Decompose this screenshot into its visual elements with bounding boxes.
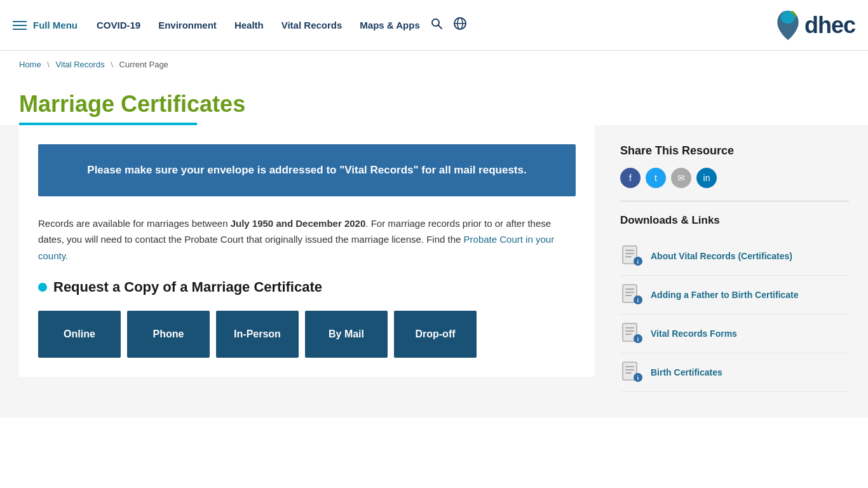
- download-item-about[interactable]: i About Vital Records (Certificates): [620, 237, 849, 276]
- download-item-forms[interactable]: i Vital Records Forms: [620, 315, 849, 353]
- page-title: Marriage Certificates: [19, 91, 849, 118]
- svg-line-1: [438, 25, 442, 29]
- page-container: Please make sure your envelope is addres…: [0, 125, 868, 417]
- svg-rect-13: [625, 288, 634, 290]
- records-before: Records are available for marriages betw…: [38, 218, 231, 229]
- main-content: Please make sure your envelope is addres…: [19, 125, 595, 392]
- vital-records-forms-link[interactable]: Vital Records Forms: [651, 329, 737, 339]
- navigation-bar: Full Menu COVID-19 Environment Health Vi…: [0, 0, 868, 51]
- dhec-logo-icon: [774, 10, 802, 41]
- share-email-button[interactable]: ✉: [671, 168, 691, 188]
- nav-link-vital-records[interactable]: Vital Records: [281, 20, 342, 30]
- document-icon-4: i: [620, 361, 643, 384]
- in-person-button[interactable]: In-Person: [216, 311, 299, 358]
- phone-button[interactable]: Phone: [127, 311, 210, 358]
- online-button[interactable]: Online: [38, 311, 121, 358]
- nav-icons: [430, 17, 467, 34]
- svg-text:i: i: [637, 336, 639, 342]
- sidebar-divider: [620, 201, 849, 201]
- drop-off-button[interactable]: Drop-off: [394, 311, 477, 358]
- nav-link-maps-apps[interactable]: Maps & Apps: [360, 20, 419, 30]
- svg-rect-14: [625, 292, 634, 293]
- document-icon-2: i: [620, 283, 643, 306]
- globe-icon[interactable]: [453, 17, 467, 34]
- section-heading: Request a Copy of a Marriage Certificate: [38, 279, 576, 295]
- svg-rect-8: [625, 253, 634, 254]
- share-section: Share This Resource f t ✉ in: [620, 144, 849, 188]
- nav-link-covid19[interactable]: COVID-19: [97, 20, 140, 30]
- birth-certificates-link[interactable]: Birth Certificates: [651, 367, 722, 377]
- records-paragraph: Records are available for marriages betw…: [38, 215, 576, 264]
- svg-rect-19: [625, 327, 634, 329]
- section-bullet: [38, 283, 47, 292]
- alert-text: Please make sure your envelope is addres…: [87, 164, 526, 176]
- download-item-birth-certs[interactable]: i Birth Certificates: [620, 353, 849, 392]
- adding-father-link[interactable]: Adding a Father to Birth Certificate: [651, 290, 799, 300]
- breadcrumb-vital-records[interactable]: Vital Records: [56, 60, 105, 69]
- svg-rect-20: [625, 330, 634, 332]
- sidebar: Share This Resource f t ✉ in Downloads &…: [620, 125, 849, 392]
- download-item-adding-father[interactable]: i Adding a Father to Birth Certificate: [620, 276, 849, 315]
- nav-links: COVID-19 Environment Health Vital Record…: [97, 20, 420, 30]
- share-linkedin-button[interactable]: in: [696, 168, 717, 188]
- breadcrumb: Home \ Vital Records \ Current Page: [0, 51, 868, 78]
- svg-rect-9: [625, 256, 632, 257]
- document-icon-3: i: [620, 322, 643, 345]
- svg-rect-27: [625, 372, 632, 374]
- nav-link-health[interactable]: Health: [234, 20, 264, 30]
- svg-text:i: i: [637, 375, 639, 381]
- downloads-title: Downloads & Links: [620, 214, 849, 227]
- nav-link-environment[interactable]: Environment: [158, 20, 217, 30]
- dhec-logo: dhec: [774, 10, 855, 41]
- request-buttons-row: Online Phone In-Person By Mail Drop-off: [38, 311, 576, 358]
- svg-rect-7: [625, 250, 634, 251]
- svg-rect-25: [625, 366, 634, 367]
- downloads-section: Downloads & Links i About Vital Records …: [620, 214, 849, 392]
- alert-box: Please make sure your envelope is addres…: [38, 144, 576, 196]
- title-area: Marriage Certificates: [0, 78, 868, 125]
- about-vital-records-link[interactable]: About Vital Records (Certificates): [651, 251, 792, 261]
- share-twitter-button[interactable]: t: [646, 168, 666, 188]
- records-date-range: July 1950 and December 2020: [231, 218, 366, 229]
- section-heading-text: Request a Copy of a Marriage Certificate: [53, 279, 322, 295]
- hamburger-menu[interactable]: [13, 21, 27, 30]
- share-icons: f t ✉ in: [620, 168, 849, 188]
- search-icon[interactable]: [430, 17, 443, 33]
- breadcrumb-current: Current Page: [119, 60, 168, 69]
- document-icon-1: i: [620, 245, 643, 268]
- breadcrumb-sep-2: \: [111, 60, 113, 69]
- svg-text:i: i: [637, 259, 639, 265]
- full-menu-link[interactable]: Full Menu: [33, 20, 78, 30]
- svg-point-5: [791, 11, 794, 14]
- svg-text:i: i: [637, 297, 639, 304]
- svg-rect-21: [625, 334, 632, 335]
- breadcrumb-home[interactable]: Home: [19, 60, 41, 69]
- svg-rect-15: [625, 295, 632, 296]
- svg-rect-26: [625, 369, 634, 370]
- by-mail-button[interactable]: By Mail: [305, 311, 388, 358]
- share-title: Share This Resource: [620, 144, 849, 158]
- breadcrumb-sep-1: \: [47, 60, 50, 69]
- dhec-wordmark: dhec: [804, 12, 855, 39]
- content-area: Please make sure your envelope is addres…: [19, 125, 595, 377]
- share-facebook-button[interactable]: f: [620, 168, 641, 188]
